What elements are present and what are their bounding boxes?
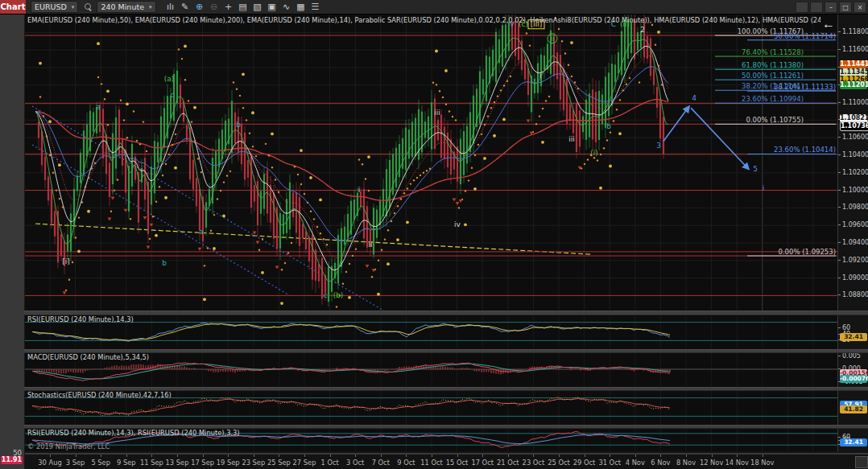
panel-splitter[interactable] [24, 425, 868, 429]
time-label: 5 Sep [91, 459, 110, 467]
data-grid-icon[interactable]: ▦ [295, 1, 308, 13]
price-tick: 1.08800 [842, 291, 868, 298]
window-controls: –□× [796, 2, 866, 13]
panel-splitter[interactable] [24, 311, 868, 315]
time-tick [254, 455, 254, 457]
main-chart-canvas[interactable]: 100.00% (1.11767)76.40% (1.11528)61.80% … [24, 14, 837, 311]
new-chart-icon[interactable]: ▤ [237, 1, 250, 13]
restore-button[interactable]: □ [839, 2, 852, 13]
indicator-panel-rsi[interactable] [24, 314, 837, 349]
time-label: 9 Sep [117, 459, 136, 467]
zoom-in-icon[interactable]: ⊕ [193, 1, 206, 13]
svg-text:(i): (i) [590, 149, 598, 157]
svg-text:(b): (b) [333, 291, 344, 299]
time-tick [737, 455, 738, 457]
minimize-button[interactable]: – [825, 2, 837, 13]
ninjatrader-chart-window: Chart EURUSD ▾ 240 Minute ▾ ılı✎⊕⊖+▤▧▣∿▦… [0, 0, 868, 469]
svg-text:23.60% (1.10994): 23.60% (1.10994) [742, 95, 804, 103]
properties-icon[interactable]: ☰ [309, 1, 322, 13]
time-tick [177, 455, 178, 457]
svg-text:v: v [510, 20, 515, 28]
instrument-selector[interactable]: EURUSD ▾ [31, 1, 78, 13]
svg-text:50.00% (1.11261): 50.00% (1.11261) [742, 72, 804, 80]
fibonacci-retracements[interactable]: 100.00% (1.11767)76.40% (1.11528)61.80% … [715, 27, 836, 256]
svg-text:3: 3 [656, 142, 661, 150]
instrument-value: EURUSD [35, 2, 67, 11]
time-tick [559, 455, 560, 457]
titlebar: Chart EURUSD ▾ 240 Minute ▾ ılı✎⊕⊖+▤▧▣∿▦… [0, 0, 868, 14]
time-tick [635, 455, 636, 457]
svg-text:iii: iii [568, 135, 575, 143]
svg-text:ii: ii [368, 241, 372, 249]
close-button[interactable]: × [854, 2, 866, 13]
search-icon[interactable] [85, 3, 92, 10]
price-tick: 1.09800 [842, 204, 868, 211]
time-tick [126, 455, 127, 457]
time-label: 17 Sep [191, 459, 214, 467]
time-label: 18 Nov [750, 459, 774, 467]
panel-axis[interactable]: 60402032.41 [837, 314, 868, 349]
chart-tab[interactable]: Chart [0, 0, 26, 14]
candlesticks [38, 14, 664, 306]
price-tick: 1.11800 [842, 28, 868, 35]
panel-axis[interactable]: 60402032.41 [837, 427, 868, 451]
time-tick [610, 455, 610, 457]
panel-value-badge: 32.41 [840, 438, 867, 446]
window-button-1[interactable] [796, 2, 808, 13]
copyright: © 2019 NinjaTrader, LLC [27, 442, 110, 450]
price-tick: 1.11600 [842, 46, 868, 53]
indicators-icon[interactable]: ∿ [280, 1, 293, 13]
time-tick [304, 455, 305, 457]
send-to-icon[interactable]: ▧ [251, 1, 264, 13]
price-tick: 1.09200 [842, 257, 868, 264]
time-tick [482, 455, 483, 457]
time-label: 1 Oct [320, 459, 338, 467]
interval-selector[interactable]: 240 Minute ▾ [97, 1, 155, 13]
window-button-2[interactable] [810, 2, 823, 13]
time-tick [279, 455, 279, 457]
scroll-left-button[interactable]: ← [818, 17, 839, 31]
zoom-out-icon[interactable]: ⊖ [208, 1, 221, 13]
svg-text:i: i [358, 186, 361, 194]
panel-axis[interactable]: 0.0050.000-0.005-0.00156-0.00076 [837, 352, 868, 387]
price-tick: 1.10200 [842, 169, 868, 176]
time-label: 11 Sep [140, 459, 163, 467]
time-tick [508, 455, 509, 457]
panel-value-badge: 32.41 [840, 333, 867, 341]
time-tick [355, 455, 356, 457]
corner-settings-box[interactable] [855, 456, 868, 468]
horizontal-price-lines[interactable] [24, 35, 837, 295]
panel-splitter[interactable] [24, 387, 868, 391]
crosshair-icon[interactable]: + [222, 1, 235, 13]
chart-style-icon[interactable]: ılı [164, 1, 177, 13]
time-label: 30 Aug [38, 459, 61, 467]
time-label: 27 Sep [293, 459, 316, 467]
price-tick: 1.09000 [842, 274, 868, 282]
time-label: 3 Oct [346, 459, 364, 467]
panel-splitter[interactable] [24, 349, 868, 353]
svg-text:i: i [539, 72, 542, 80]
indicator-panel-rsi2[interactable] [24, 427, 837, 451]
time-label: 3 Sep [66, 459, 85, 467]
panel-axis[interactable]: 57.9141.82 [837, 389, 868, 425]
svg-text:iii: iii [434, 109, 440, 117]
price-tick: 1.10000 [842, 187, 868, 194]
time-axis[interactable]: 30 Aug3 Sep5 Sep9 Sep11 Sep13 Sep17 Sep1… [24, 453, 868, 469]
price-axis[interactable]: 1.118001.116001.114001.112001.110001.108… [837, 14, 868, 311]
indicator-panel-macd[interactable] [24, 352, 837, 387]
grid [24, 14, 837, 311]
snapshot-icon[interactable]: ▣ [266, 1, 279, 13]
projection-arrows[interactable]: 45i [663, 94, 764, 191]
time-label: 6 Nov [651, 459, 670, 467]
chevron-down-icon: ▾ [149, 4, 152, 10]
time-tick [151, 455, 152, 457]
svg-text:0.00% (1.10755): 0.00% (1.10755) [746, 116, 804, 124]
svg-text:iv: iv [454, 220, 461, 228]
svg-text:[i]: [i] [62, 257, 70, 265]
time-tick [457, 455, 458, 457]
left-margin: 50 11.91 [0, 14, 25, 469]
time-tick [50, 455, 51, 457]
time-label: 19 Sep [217, 459, 240, 467]
drawing-tools-icon[interactable]: ✎ [179, 1, 192, 13]
indicator-panel-stoch[interactable] [24, 389, 837, 425]
